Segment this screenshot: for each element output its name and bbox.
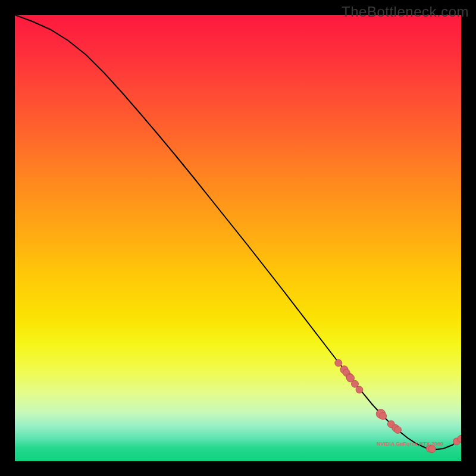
data-marker: [335, 359, 342, 367]
data-markers: [335, 359, 461, 453]
watermark-text: TheBottleneck.com: [342, 4, 469, 20]
data-marker: [394, 427, 402, 434]
data-marker: [352, 380, 359, 387]
chart-annotations: NVIDIA GeForce RTX 2060: [377, 441, 443, 447]
bottleneck-curve: [15, 15, 461, 450]
chart-overlay: NVIDIA GeForce RTX 2060: [15, 15, 461, 461]
data-marker: [380, 412, 387, 419]
data-marker: [356, 386, 363, 393]
plot-area: NVIDIA GeForce RTX 2060: [15, 15, 461, 461]
annotation-label: NVIDIA GeForce RTX 2060: [377, 441, 443, 447]
